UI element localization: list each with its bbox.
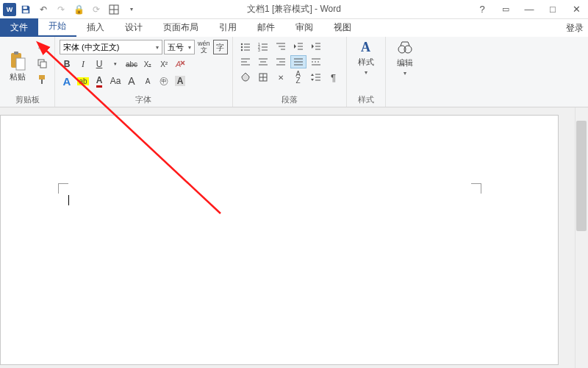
increase-indent-button[interactable] — [308, 40, 324, 53]
svg-rect-7 — [16, 58, 25, 70]
shrink-font-button[interactable]: A — [140, 74, 155, 88]
snap-to-grid-button[interactable]: ✕ — [273, 71, 289, 84]
font-size-value: 五号 — [168, 42, 184, 53]
group-paragraph: 123 ✕ AZ ¶ 段落 — [233, 37, 347, 107]
svg-point-15 — [240, 46, 242, 48]
copy-icon[interactable] — [34, 56, 50, 71]
format-painter-icon[interactable] — [34, 72, 50, 87]
shading-button[interactable] — [237, 71, 254, 84]
bullets-button[interactable] — [237, 40, 254, 53]
svg-rect-1 — [24, 10, 29, 13]
font-size-combo[interactable]: 五号▾ — [164, 40, 195, 54]
paste-label: 粘贴 — [10, 71, 26, 82]
text-effects-button[interactable]: A — [60, 74, 74, 88]
show-marks-button[interactable]: ¶ — [326, 71, 342, 84]
group-font-label: 字体 — [60, 93, 228, 105]
grow-font-button[interactable]: A — [124, 74, 139, 88]
character-shading-button[interactable]: A — [173, 74, 187, 88]
page[interactable] — [0, 115, 559, 365]
underline-button[interactable]: U — [92, 57, 107, 71]
font-color-button[interactable]: A — [92, 74, 107, 88]
styles-icon: A — [361, 40, 370, 55]
close-icon[interactable]: ✕ — [567, 2, 585, 17]
svg-rect-6 — [14, 52, 18, 54]
line-spacing-button[interactable] — [308, 71, 324, 84]
clear-formatting-button[interactable]: A — [173, 57, 187, 71]
vertical-scrollbar[interactable] — [575, 107, 588, 368]
align-left-button[interactable] — [237, 55, 254, 68]
svg-text:A: A — [175, 60, 181, 68]
justify-button[interactable] — [290, 55, 306, 68]
tab-view[interactable]: 视图 — [323, 18, 362, 37]
tab-review[interactable]: 审阅 — [285, 18, 323, 37]
table-icon[interactable] — [106, 2, 122, 17]
font-name-combo[interactable]: 宋体 (中文正文)▾ — [60, 40, 162, 54]
tab-mailings[interactable]: 邮件 — [247, 18, 285, 37]
styles-button[interactable]: A 样式 ▾ — [351, 40, 381, 93]
underline-dropdown-icon[interactable]: ▾ — [108, 57, 123, 71]
group-styles: A 样式 ▾ 样式 — [347, 37, 386, 107]
svg-rect-10 — [39, 75, 45, 79]
title-bar: W ↶ ↷ 🔒 ⟳ ▾ 文档1 [兼容模式] - Word ? ▭ — □ ✕ — [0, 0, 588, 19]
sort-button[interactable]: AZ — [290, 71, 306, 84]
lock-icon[interactable]: 🔒 — [71, 2, 87, 17]
svg-point-17 — [240, 49, 242, 51]
minimize-icon[interactable]: — — [520, 2, 538, 17]
ribbon-tabs: 文件 开始 插入 设计 页面布局 引用 邮件 审阅 视图 登录 — [0, 19, 588, 37]
italic-button[interactable]: I — [76, 57, 90, 71]
maximize-icon[interactable]: □ — [544, 2, 562, 17]
chevron-down-icon: ▾ — [365, 69, 368, 76]
ribbon: 粘贴 ✂ 剪贴板 宋体 (中文正文)▾ 五号▾ wén文 字 B I U ▾ — [0, 37, 588, 107]
undo-icon[interactable]: ↶ — [35, 2, 51, 17]
tab-layout[interactable]: 页面布局 — [153, 18, 209, 37]
qat-customize-icon[interactable]: ▾ — [123, 2, 140, 17]
tab-insert[interactable]: 插入 — [76, 18, 115, 37]
word-app-icon: W — [3, 3, 16, 16]
align-right-button[interactable] — [273, 55, 289, 68]
svg-rect-0 — [24, 6, 27, 9]
superscript-button[interactable]: X² — [157, 57, 171, 71]
change-case-button[interactable]: Aa — [108, 74, 123, 88]
bold-button[interactable]: B — [60, 57, 74, 71]
borders-button[interactable] — [255, 71, 271, 84]
save-icon[interactable] — [18, 2, 34, 17]
phonetic-guide-button[interactable]: wén文 — [196, 40, 212, 54]
subscript-button[interactable]: X₂ — [140, 57, 155, 71]
editing-button[interactable]: 编辑 ▾ — [390, 40, 420, 95]
binoculars-icon — [397, 40, 413, 56]
refresh-icon[interactable]: ⟳ — [88, 2, 104, 17]
multilevel-list-button[interactable] — [273, 40, 289, 53]
chevron-down-icon: ▾ — [404, 70, 406, 77]
cut-icon[interactable]: ✂ — [34, 40, 50, 54]
tab-references[interactable]: 引用 — [209, 18, 247, 37]
paste-button[interactable]: 粘贴 — [4, 40, 31, 93]
sign-in-link[interactable]: 登录 — [566, 22, 584, 35]
redo-icon[interactable]: ↷ — [53, 2, 69, 17]
margin-corner-tr — [471, 183, 481, 194]
tab-home[interactable]: 开始 — [38, 17, 76, 37]
decrease-indent-button[interactable] — [290, 40, 306, 53]
help-icon[interactable]: ? — [473, 2, 491, 17]
chevron-down-icon: ▾ — [156, 44, 159, 51]
svg-rect-9 — [40, 62, 46, 68]
enclosed-char-button[interactable]: ㊥ — [157, 74, 171, 88]
font-name-value: 宋体 (中文正文) — [63, 42, 119, 53]
highlight-button[interactable]: ab — [76, 74, 90, 88]
styles-label: 样式 — [358, 57, 374, 68]
ribbon-display-icon[interactable]: ▭ — [497, 2, 514, 17]
paste-icon — [9, 51, 26, 71]
character-border-button[interactable]: 字 — [213, 40, 228, 54]
tab-design[interactable]: 设计 — [115, 18, 153, 37]
tab-file[interactable]: 文件 — [0, 18, 38, 37]
group-styles-label: 样式 — [351, 93, 381, 105]
editing-label: 编辑 — [397, 57, 413, 68]
document-area — [0, 107, 588, 368]
align-center-button[interactable] — [255, 55, 271, 68]
numbering-button[interactable]: 123 — [255, 40, 271, 53]
strikethrough-button[interactable]: abc — [124, 57, 139, 71]
group-paragraph-label: 段落 — [237, 93, 342, 105]
svg-text:3: 3 — [258, 48, 260, 52]
scrollbar-thumb[interactable] — [576, 121, 587, 231]
svg-point-13 — [240, 43, 242, 45]
distributed-button[interactable] — [308, 55, 324, 68]
